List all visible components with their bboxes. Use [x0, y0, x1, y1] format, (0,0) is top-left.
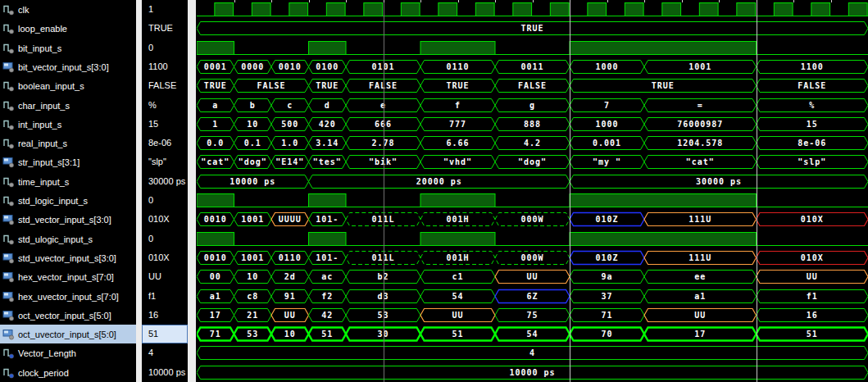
bus-value-label: 20000 ps	[416, 177, 462, 186]
signal-row[interactable]: hex_vector_input_s[7:0]	[0, 267, 136, 286]
bus-value-label: FALSE	[518, 81, 547, 90]
bus-value-label: 3.14	[316, 139, 339, 148]
waveform-row[interactable]: 11050042066677788810007600098715	[197, 115, 868, 134]
waveform-row[interactable]: a1c891f2d3546Z37a1f1	[197, 287, 868, 306]
signal-value[interactable]: 4	[142, 343, 188, 362]
signal-row[interactable]: std_logic_input_s	[0, 191, 136, 210]
signal-value[interactable]: f1	[142, 287, 188, 306]
logic-high-segment	[588, 3, 607, 16]
logic-high-segment	[570, 233, 757, 246]
signal-row[interactable]: std_uvector_input_s[3:0]	[0, 248, 136, 267]
signal-value[interactable]: "slp"	[142, 152, 188, 171]
signal-row[interactable]: loop_enable	[0, 19, 136, 38]
waveform-row[interactable]: 0001000000100100010101100011100010011100	[197, 57, 868, 76]
signal-row[interactable]: bit_input_s	[0, 39, 136, 57]
waveform-row[interactable]: 10000 ps20000 ps30000 ps	[197, 172, 868, 191]
signal-value[interactable]: 1	[142, 0, 188, 19]
signal-row[interactable]: time_input_s	[0, 172, 136, 191]
waveform-row[interactable]: TRUEFALSETRUEFALSETRUEFALSETRUEFALSE	[197, 76, 868, 95]
waveform-area[interactable]: TRUE000100000010010001010110001110001001…	[196, 0, 868, 382]
gear-badge-icon	[9, 259, 13, 263]
signal-value[interactable]: 0	[142, 191, 188, 210]
waveform-row[interactable]	[197, 0, 868, 19]
signal-row[interactable]: bit_vector_input_s[3:0]	[0, 57, 136, 76]
waveform-row[interactable]: 001010010110101-011L001H000W010Z111U010X	[197, 248, 868, 267]
signal-row[interactable]: char_input_s	[0, 96, 136, 115]
signal-row[interactable]: boolean_input_s	[0, 76, 136, 95]
scalar-signal-icon	[2, 99, 15, 111]
signal-name: oct_uvector_input_s[5:0]	[18, 330, 116, 339]
signal-value[interactable]: 8e-06	[142, 134, 188, 152]
waveform-row[interactable]	[197, 39, 868, 57]
waveform-row[interactable]: 4	[197, 343, 868, 362]
logic-high-segment	[475, 3, 494, 16]
signal-row[interactable]: std_vector_input_s[3:0]	[0, 210, 136, 229]
logic-high-segment	[570, 42, 757, 55]
ruler-tick	[719, 0, 720, 2]
logic-high-segment	[811, 3, 830, 16]
time-grid-line	[570, 0, 570, 382]
ruler-tick	[533, 0, 534, 2]
signal-value[interactable]: 0	[142, 39, 188, 57]
gear-badge-icon	[9, 144, 13, 148]
signal-row[interactable]: clk	[0, 0, 136, 19]
bus-value-label: 0010	[279, 62, 302, 71]
signal-row[interactable]: hex_uvector_input_s[7:0]	[0, 287, 136, 306]
signal-value[interactable]: 1100	[142, 57, 188, 76]
signal-row[interactable]: Vector_Length	[0, 343, 136, 362]
bus-value-label: 4.2	[524, 139, 541, 148]
waveform-row[interactable]	[197, 230, 868, 248]
bus-value-label: =	[698, 101, 703, 110]
waveform-row[interactable]: TRUE	[197, 19, 868, 38]
signal-value[interactable]: FALSE	[142, 76, 188, 95]
signal-value[interactable]: UU	[142, 267, 188, 286]
signal-value[interactable]: 0	[142, 230, 188, 248]
ruler-tick	[271, 0, 272, 2]
logic-high-segment	[197, 233, 234, 246]
signal-value[interactable]: 16	[142, 306, 188, 325]
signal-row[interactable]: oct_vector_input_s[5:0]	[0, 306, 136, 325]
panel-wave-splitter[interactable]	[188, 0, 196, 382]
signal-row[interactable]: real_input_s	[0, 134, 136, 152]
signal-row[interactable]: clock_period	[0, 363, 136, 382]
logic-high-segment	[513, 3, 532, 16]
bus-value-label: 0.0	[207, 139, 224, 148]
logic-high-segment	[848, 3, 867, 16]
ruler-tick	[234, 0, 235, 2]
gear-badge-icon	[9, 335, 13, 339]
signal-value[interactable]: %	[142, 96, 188, 115]
waveform-row[interactable]: "cat""dog""E14""tes""bik""vhd""dog""my "…	[197, 152, 868, 171]
signal-name: real_input_s	[18, 139, 67, 148]
logic-high-segment	[309, 233, 347, 246]
signal-value[interactable]: 51	[142, 325, 188, 343]
waveform-row[interactable]	[197, 191, 868, 210]
waveform-row[interactable]: 00102dacb2c1UU9aeeUU	[197, 267, 868, 286]
scalar-signal-icon	[2, 137, 15, 149]
waveform-row[interactable]: 1721UU4253UU7571UU16	[197, 306, 868, 325]
bus-value-label: 1.0	[281, 139, 298, 148]
signal-name: std_ulogic_input_s	[18, 234, 93, 244]
bus-value-label: 1000	[595, 62, 618, 71]
signal-row[interactable]: str_input_s[3:1]	[0, 152, 136, 171]
signal-value[interactable]: 15	[142, 115, 188, 134]
scalar-signal-icon	[2, 118, 15, 130]
signal-value[interactable]: 010X	[142, 248, 188, 267]
bus-value-label: TRUE	[446, 81, 469, 90]
signal-row[interactable]: oct_uvector_input_s[5:0]	[0, 325, 136, 343]
signal-row[interactable]: std_ulogic_input_s	[0, 230, 136, 248]
waveform-row[interactable]: 0.00.11.03.142.786.664.20.0011204.5788e-…	[197, 134, 868, 152]
signal-row[interactable]: int_input_s	[0, 115, 136, 134]
waveform-row[interactable]: 00101001UUUU101-011L001H000W010Z111U010X	[197, 210, 868, 229]
ruler-tick	[793, 0, 794, 2]
signal-value[interactable]: 010X	[142, 210, 188, 229]
parameter-signal-icon	[2, 366, 15, 379]
waveform-row[interactable]: 10000 ps	[197, 363, 868, 382]
gear-badge-icon	[9, 221, 13, 225]
names-values-divider[interactable]	[136, 0, 142, 382]
signal-value[interactable]: 30000 ps	[142, 172, 188, 191]
waveform-row[interactable]: 71531051305154701751	[197, 325, 868, 343]
signal-name: hex_vector_input_s[7:0]	[18, 272, 114, 282]
waveform-row[interactable]: abcdefg7=%	[197, 96, 868, 115]
signal-value[interactable]: 10000 ps	[142, 363, 188, 382]
signal-value[interactable]: TRUE	[142, 19, 188, 38]
